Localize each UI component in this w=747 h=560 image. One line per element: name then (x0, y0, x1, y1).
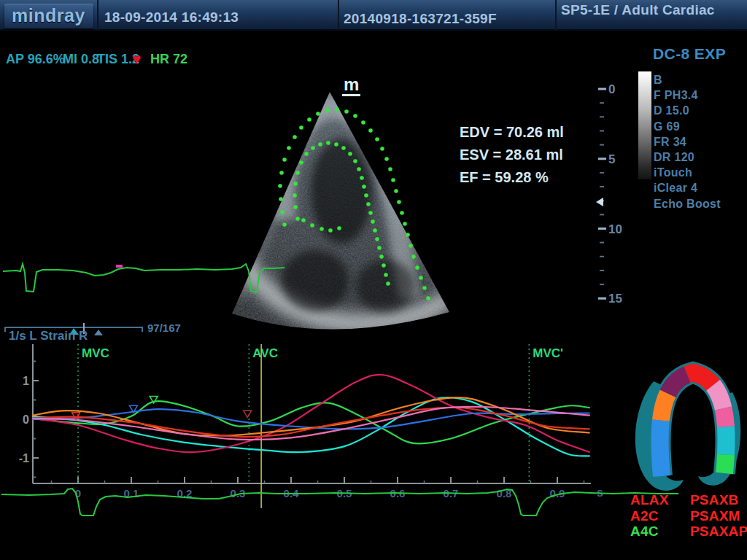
contour-dot (411, 254, 416, 259)
contour-dot (282, 222, 287, 227)
param-d-15-0: D 15.0 (654, 103, 721, 118)
contour-dot (287, 146, 291, 150)
contour-dot (384, 273, 388, 277)
contour-dot (348, 152, 352, 156)
hr-label: HR (150, 52, 169, 67)
imaging-params-list: BF PH3.4D 15.0G 69FR 34DR 120iTouchiClea… (654, 72, 721, 211)
mindray-logo: mindray (4, 4, 93, 28)
contour-dot (293, 193, 297, 198)
probe-preset-display: SP5-1E / Adult Cardiac (557, 0, 747, 31)
esv-readout: ESV = 28.61 ml (460, 147, 564, 169)
contour-dot (380, 147, 384, 151)
ultrasound-screen: 051015 10-100.10.20.30.40.50.60.70.80.9s… (0, 0, 747, 560)
contour-dot (415, 265, 419, 270)
contour-dot (280, 210, 285, 214)
contour-dot (426, 296, 430, 300)
param-iclear-4: iClear 4 (654, 180, 721, 195)
event-label: MVC' (533, 346, 563, 360)
frame-counter: 97/167 (147, 322, 181, 334)
measurement-marker-m: m (342, 76, 360, 96)
contour-dot (366, 202, 371, 206)
contour-dot (409, 244, 413, 248)
param-g-69: G 69 (654, 119, 721, 134)
contour-dot (368, 128, 373, 133)
view-legend-item-psaxb[interactable]: PSAXB (690, 492, 747, 508)
view-legend-right-column: PSAXBPSAXMPSAXAP (690, 492, 747, 540)
contour-dot (394, 189, 398, 193)
scrubber-handle2-icon[interactable] (94, 330, 103, 335)
contour-dot (318, 142, 322, 147)
strain-curve (33, 397, 589, 456)
contour-dot (293, 135, 297, 139)
volume-measurements: EDV = 70.26 ml ESV = 28.61 ml EF = 59.28… (460, 124, 564, 192)
peak-marker-icon (244, 411, 252, 418)
param-f-ph3-4: F PH3.4 (654, 88, 721, 103)
ecg-trace-top (3, 264, 285, 292)
param-fr-34: FR 34 (654, 134, 721, 149)
top-bar: mindray 18-09-2014 16:49:13 20140918-163… (0, 0, 747, 31)
contour-dot (386, 281, 390, 286)
contour-dot (279, 171, 284, 175)
contour-dot (299, 125, 303, 130)
view-legend-item-psaxap[interactable]: PSAXAP (690, 524, 747, 540)
logo-text: mindray (12, 5, 85, 26)
focus-marker-icon (596, 198, 603, 206)
contour-dot (301, 218, 306, 222)
depth-ruler: 051015 (596, 82, 622, 306)
strain-curve (33, 407, 589, 440)
contour-dot (361, 120, 365, 125)
ecg-polyline (3, 264, 285, 292)
contour-dot (293, 205, 298, 209)
contour-dot (295, 171, 300, 175)
view-legend-item-a2c[interactable]: A2C (630, 508, 690, 524)
contour-dot (360, 176, 364, 180)
ultrasound-sector-image (219, 80, 460, 350)
depth-label: 5 (608, 152, 615, 166)
strain-chart: 10-100.10.20.30.40.50.60.70.80.9sMVCAVCM… (19, 344, 603, 508)
y-tick-label: 0 (23, 413, 29, 426)
y-tick-label: 1 (23, 375, 29, 387)
depth-label: 0 (608, 82, 615, 96)
contour-dot (320, 227, 324, 231)
contour-dot (391, 178, 395, 182)
graphics-layer: 051015 10-100.10.20.30.40.50.60.70.80.9s… (0, 0, 747, 560)
contour-dot (304, 152, 309, 156)
contour-dot (364, 193, 368, 198)
contour-dot (353, 159, 357, 163)
view-legend-left-column: ALAXA2CA4C (630, 492, 690, 540)
ef-readout: EF = 59.28 % (460, 169, 564, 192)
contour-dot (382, 263, 386, 268)
contour-dot (326, 141, 330, 145)
hr-value: 72 (173, 52, 187, 67)
mi-readout: MI 0.8 (63, 52, 99, 67)
datetime-display: 18-09-2014 16:49:13 (98, 0, 339, 31)
contour-dot (379, 254, 384, 259)
contour-dot (328, 228, 333, 233)
param-b: B (654, 72, 721, 88)
contour-dot (325, 108, 330, 112)
view-legend: ALAXA2CA4C PSAXBPSAXMPSAXAP (630, 492, 747, 540)
contour-dot (373, 228, 377, 233)
contour-dot (341, 146, 346, 150)
contour-dot (337, 226, 341, 230)
contour-dot (282, 158, 287, 162)
contour-dot (299, 160, 303, 165)
lv-segment-diagram (635, 373, 740, 491)
contour-dot (406, 233, 410, 237)
acoustic-power-readout: AP 96.6% (6, 52, 65, 67)
contour-dot (400, 211, 404, 215)
contour-dot (293, 182, 298, 186)
contour-dot (419, 276, 423, 280)
contour-dot (375, 237, 379, 241)
contour-dot (362, 184, 366, 189)
param-echo-boost: Echo Boost (654, 196, 721, 211)
view-legend-item-a4c[interactable]: A4C (630, 524, 690, 540)
view-legend-item-alax[interactable]: ALAX (630, 492, 690, 508)
machine-model-label: DC-8 EXP (653, 45, 726, 63)
view-legend-item-psaxm[interactable]: PSAXM (690, 508, 747, 524)
contour-dot (403, 222, 407, 226)
event-label: MVC (82, 346, 109, 360)
contour-dot (311, 146, 315, 150)
contour-dot (316, 112, 320, 116)
depth-label: 15 (608, 292, 622, 306)
